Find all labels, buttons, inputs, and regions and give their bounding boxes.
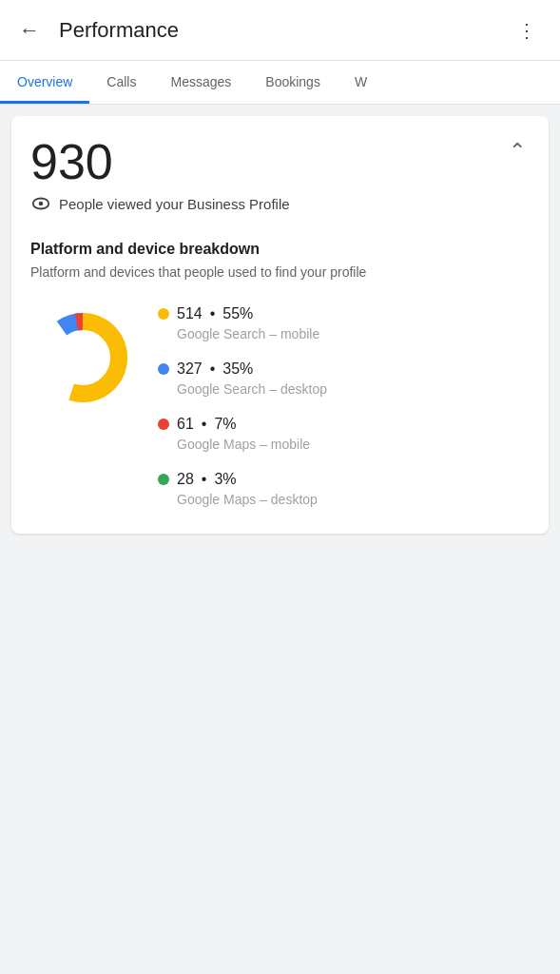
legend-dot-2 <box>158 363 169 375</box>
stat-number: 930 <box>30 135 113 189</box>
platform-title: Platform and device breakdown <box>30 241 530 258</box>
platform-section: Platform and device breakdown Platform a… <box>30 241 530 507</box>
legend-value-1: 514 • 55% <box>158 305 530 322</box>
legend-item-1: 514 • 55% Google Search – mobile <box>158 305 530 341</box>
legend-separator-4: • <box>202 471 207 488</box>
legend-percent-4: 3% <box>214 471 236 488</box>
legend-separator-3: • <box>202 416 207 433</box>
legend-number-1: 514 <box>177 305 203 322</box>
tab-overview[interactable]: Overview <box>0 61 89 104</box>
legend-number-2: 327 <box>177 360 203 378</box>
legend-dot-3 <box>158 419 169 430</box>
back-button[interactable]: ← <box>15 16 44 45</box>
legend-label-4: Google Maps – desktop <box>177 492 530 507</box>
legend-percent-3: 7% <box>214 416 236 433</box>
legend-label-1: Google Search – mobile <box>177 326 530 341</box>
main-content: 930 ⌃ People viewed your Business Profil… <box>0 105 560 545</box>
legend-percent-1: 55% <box>222 305 253 322</box>
header: ← Performance ⋮ <box>0 0 560 61</box>
eye-icon <box>30 193 51 214</box>
tab-w[interactable]: W <box>338 61 384 104</box>
svg-point-1 <box>39 202 44 206</box>
legend-value-3: 61 • 7% <box>158 416 530 433</box>
chart-container: 514 • 55% Google Search – mobile 327 • 3… <box>30 305 530 507</box>
legend-item-4: 28 • 3% Google Maps – desktop <box>158 471 530 507</box>
legend-value-4: 28 • 3% <box>158 471 530 488</box>
tab-calls[interactable]: Calls <box>89 61 153 104</box>
stats-header: 930 ⌃ <box>30 135 530 189</box>
stat-description: People viewed your Business Profile <box>30 193 530 214</box>
legend-number-4: 28 <box>177 471 194 488</box>
tab-messages[interactable]: Messages <box>153 61 248 104</box>
legend-dot-4 <box>158 474 169 485</box>
more-options-button[interactable]: ⋮ <box>510 17 545 44</box>
tab-bar: Overview Calls Messages Bookings W <box>0 61 560 105</box>
legend-separator-2: • <box>210 360 216 378</box>
legend-value-2: 327 • 35% <box>158 360 530 378</box>
svg-point-6 <box>57 332 108 383</box>
legend-item-3: 61 • 7% Google Maps – mobile <box>158 416 530 452</box>
performance-card: 930 ⌃ People viewed your Business Profil… <box>11 116 549 534</box>
header-left: ← Performance <box>15 16 179 45</box>
tab-bookings[interactable]: Bookings <box>248 61 338 104</box>
platform-subtitle: Platform and devices that people used to… <box>30 263 530 282</box>
legend-item-2: 327 • 35% Google Search – desktop <box>158 360 530 397</box>
donut-chart <box>30 305 135 410</box>
collapse-button[interactable]: ⌃ <box>505 135 530 167</box>
stat-label: People viewed your Business Profile <box>59 196 290 212</box>
legend-separator-1: • <box>210 305 216 322</box>
legend-percent-2: 35% <box>222 360 253 378</box>
legend-label-3: Google Maps – mobile <box>177 437 530 452</box>
legend-number-3: 61 <box>177 416 194 433</box>
legend-dot-1 <box>158 308 169 320</box>
legend: 514 • 55% Google Search – mobile 327 • 3… <box>158 305 530 507</box>
page-title: Performance <box>59 18 179 43</box>
legend-label-2: Google Search – desktop <box>177 381 530 397</box>
